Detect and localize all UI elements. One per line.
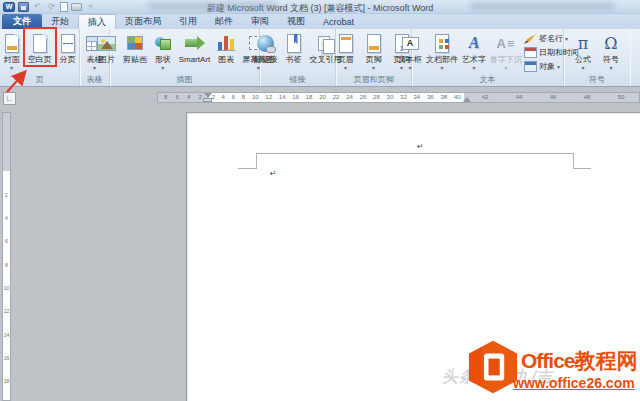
clip-art-button[interactable]: 剪贴画 bbox=[121, 30, 149, 72]
picture-button[interactable]: 图片 bbox=[93, 30, 121, 72]
group-label-pages[interactable]: 页 bbox=[1, 74, 78, 86]
ribbon-tab-row: 文件 开始 插入 页面布局 引用 邮件 审阅 视图 Acrobat bbox=[0, 14, 640, 29]
watermark-brand: Office教程网 bbox=[521, 347, 638, 375]
ruler-number: 32 bbox=[400, 93, 407, 102]
header-boundary-line bbox=[256, 153, 573, 154]
ruler-number: 2 bbox=[199, 93, 202, 102]
footer-button[interactable]: 页脚 ▾ bbox=[360, 30, 388, 72]
ruler-number: 10 bbox=[4, 285, 10, 291]
h-ruler-mid-numbers: 246810121416182022242628303234363840 bbox=[208, 93, 464, 102]
left-indent-marker[interactable] bbox=[203, 98, 212, 102]
footer-icon bbox=[367, 34, 381, 53]
picture-icon bbox=[97, 36, 116, 51]
shapes-icon bbox=[154, 35, 172, 51]
ruler-number: 12 bbox=[265, 93, 272, 102]
ruler-number: 12 bbox=[4, 308, 10, 314]
hyperlink-icon bbox=[257, 35, 274, 52]
title-bar: W ↶ ⟳ ▿ 新建 Microsoft Word 文档 (3) [兼容模式] … bbox=[0, 0, 640, 14]
blurred-area bbox=[470, 2, 615, 10]
ruler-number: 44 bbox=[516, 93, 523, 102]
group-label-text[interactable]: 文本 bbox=[413, 74, 562, 86]
tab-stop-selector[interactable]: ∟ bbox=[3, 92, 16, 105]
header-icon bbox=[339, 34, 353, 53]
equation-button[interactable]: π 公式 ▾ bbox=[569, 30, 597, 72]
page-break-button[interactable]: 分页 bbox=[54, 30, 82, 72]
blurred-area bbox=[148, 2, 278, 10]
group-label-header-footer[interactable]: 页眉和页脚 bbox=[337, 74, 410, 86]
signature-line-icon bbox=[524, 33, 537, 44]
wordart-button[interactable]: A 艺术字 ▾ bbox=[460, 30, 488, 72]
cover-page-icon bbox=[5, 34, 19, 53]
ruler-number: 42 bbox=[482, 93, 489, 102]
text-box-button[interactable]: A 文本框 ▾ bbox=[396, 30, 424, 72]
ruler-number: 6 bbox=[5, 238, 8, 244]
ruler-number: 38 bbox=[440, 93, 447, 102]
header-button[interactable]: 页眉 ▾ bbox=[332, 30, 360, 72]
ruler-number: 6 bbox=[176, 93, 179, 102]
smartart-button[interactable]: SmartArt bbox=[177, 30, 213, 72]
bookmark-icon bbox=[287, 34, 301, 53]
clip-art-icon bbox=[127, 36, 143, 50]
tab-mailings[interactable]: 邮件 bbox=[206, 14, 242, 29]
bookmark-button[interactable]: 书签 bbox=[280, 30, 308, 72]
ruler-number: 40 bbox=[454, 93, 461, 102]
header-boundary-line bbox=[238, 168, 256, 169]
ruler-number: 16 bbox=[292, 93, 299, 102]
ruler-number: 4 bbox=[187, 93, 190, 102]
wordart-icon: A bbox=[469, 34, 480, 52]
ruler-number: 18 bbox=[4, 378, 10, 384]
chart-button[interactable]: 图表 bbox=[212, 30, 240, 72]
header-boundary-line bbox=[573, 168, 591, 169]
ribbon: 封面 ▾ 空白页 分页 页 表格 bbox=[0, 29, 640, 87]
ruler-number: 26 bbox=[360, 93, 367, 102]
group-label-illustrations[interactable]: 插图 bbox=[111, 74, 258, 86]
text-box-icon: A bbox=[402, 37, 419, 50]
paragraph-mark: ↵ bbox=[417, 143, 424, 151]
ruler-number: 10 bbox=[252, 93, 259, 102]
tab-references[interactable]: 引用 bbox=[170, 14, 206, 29]
ruler-number: 14 bbox=[279, 93, 286, 102]
document-workspace: ∟ 8642 246810121416182022242628303234363… bbox=[0, 88, 640, 401]
ruler-number: 8 bbox=[242, 93, 245, 102]
tab-view[interactable]: 视图 bbox=[278, 14, 314, 29]
tab-review[interactable]: 审阅 bbox=[242, 14, 278, 29]
ruler-number: 30 bbox=[387, 93, 394, 102]
page-break-icon bbox=[61, 34, 75, 53]
ruler-number: 50 bbox=[618, 93, 625, 102]
ruler-number: 4 bbox=[222, 93, 225, 102]
ribbon-group-illustrations: 图片 剪贴画 形状 ▾ SmartArt 图表 bbox=[110, 29, 260, 86]
ruler-number: 4 bbox=[5, 215, 8, 221]
paragraph-mark: ↵ bbox=[270, 170, 277, 178]
ruler-number: 18 bbox=[306, 93, 313, 102]
cover-page-button[interactable]: 封面 ▾ bbox=[0, 30, 26, 72]
quick-parts-button[interactable]: 文档部件 ▾ bbox=[424, 30, 460, 72]
ruler-number: 8 bbox=[5, 262, 8, 268]
right-indent-marker[interactable] bbox=[463, 97, 471, 102]
tab-insert[interactable]: 插入 bbox=[78, 14, 116, 29]
header-boundary-line bbox=[256, 153, 257, 169]
drop-cap-button[interactable]: A≡ 首字下沉 ▾ bbox=[488, 30, 524, 72]
ruler-number: 20 bbox=[319, 93, 326, 102]
chart-icon bbox=[217, 35, 235, 51]
watermark-url[interactable]: www.office26.com bbox=[513, 375, 635, 391]
group-label-tables[interactable]: 表格 bbox=[81, 74, 108, 86]
ruler-number: 16 bbox=[4, 355, 10, 361]
h-ruler-left-numbers: 8642 bbox=[160, 93, 206, 102]
symbol-button[interactable]: Ω 符号 ▾ bbox=[597, 30, 625, 72]
drop-cap-icon: A≡ bbox=[497, 36, 516, 51]
date-time-icon bbox=[524, 47, 537, 58]
tab-acrobat[interactable]: Acrobat bbox=[314, 14, 363, 29]
group-label-links[interactable]: 链接 bbox=[261, 74, 334, 86]
v-ruler-margin-zone bbox=[3, 113, 10, 171]
vertical-ruler[interactable]: 24681012141618 bbox=[2, 112, 11, 401]
group-label-symbols[interactable]: 符号 bbox=[565, 74, 629, 86]
ruler-number: 8 bbox=[164, 93, 167, 102]
quick-parts-icon bbox=[435, 34, 449, 53]
hyperlink-button[interactable]: 超链接 bbox=[252, 30, 280, 72]
ruler-number: 6 bbox=[232, 93, 235, 102]
horizontal-ruler[interactable]: 8642 24681012141618202224262830323436384… bbox=[157, 92, 640, 103]
ruler-number: 48 bbox=[584, 93, 591, 102]
tab-page-layout[interactable]: 页面布局 bbox=[116, 14, 170, 29]
shapes-button[interactable]: 形状 ▾ bbox=[149, 30, 177, 72]
object-icon bbox=[524, 61, 537, 72]
